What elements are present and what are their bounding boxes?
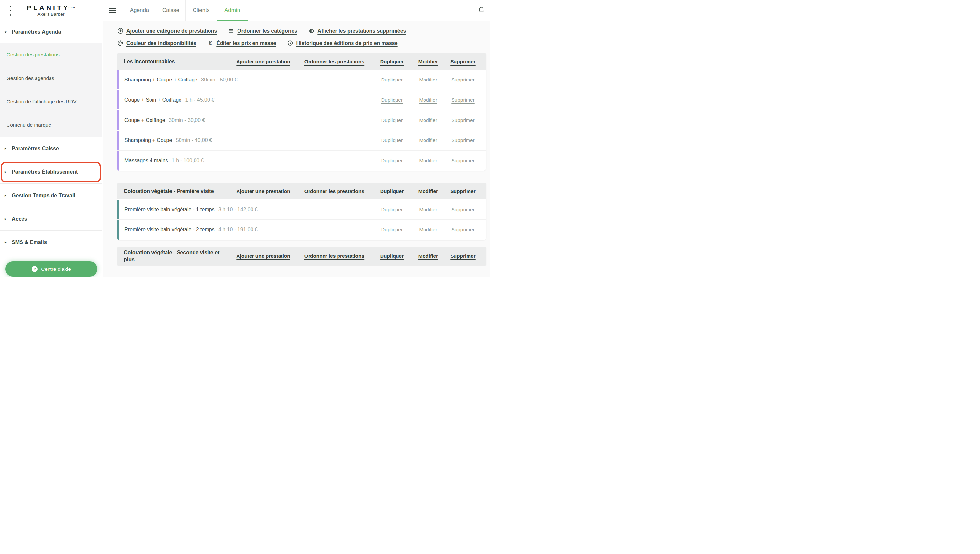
caret-right-icon: ▸ xyxy=(5,240,12,244)
delete-service-link[interactable]: Supprimer xyxy=(445,207,481,212)
header-right xyxy=(472,0,490,21)
logo-area: PLANITYPRO Axel's Barber xyxy=(0,0,102,21)
delete-category-link[interactable]: Supprimer xyxy=(445,253,481,259)
modify-service-link[interactable]: Modifier xyxy=(411,117,445,123)
modify-service-link[interactable]: Modifier xyxy=(411,227,445,233)
service-row: Première visite bain végétale - 1 temps … xyxy=(117,199,486,220)
service-text: Massages 4 mains 1 h - 100,00 € xyxy=(124,158,373,164)
salon-name: Axel's Barber xyxy=(27,12,75,17)
duplicate-category-link[interactable]: Dupliquer xyxy=(373,253,411,259)
nav-tab-agenda[interactable]: Agenda xyxy=(123,0,156,21)
delete-service-link[interactable]: Supprimer xyxy=(445,117,481,123)
eye-icon xyxy=(308,28,314,34)
caret-right-icon: ▸ xyxy=(5,217,12,221)
nav-tab-caisse[interactable]: Caisse xyxy=(156,0,185,21)
delete-service-link[interactable]: Supprimer xyxy=(445,77,481,83)
sidebar-section-parametres-agenda[interactable]: ▾ Paramètres Agenda xyxy=(0,21,102,43)
service-category-list: Les incontournables Ajouter une prestati… xyxy=(103,53,490,265)
modify-category-link[interactable]: Modifier xyxy=(411,253,445,259)
toolbar-link-label: Historique des éditions de prix en masse xyxy=(296,40,398,46)
add-service-link[interactable]: Ajouter une prestation xyxy=(231,59,296,65)
service-name: Coupe + Coiffage xyxy=(124,117,165,123)
duplicate-service-link[interactable]: Dupliquer xyxy=(373,227,411,233)
toolbar-link[interactable]: € Éditer les prix en masse xyxy=(207,40,276,46)
caret-down-icon: ▾ xyxy=(5,30,12,34)
category-accent-bar xyxy=(117,70,119,89)
sidebar-subitem[interactable]: Contenu de marque xyxy=(0,113,102,137)
service-category-card: Coloration végétale - Seconde visite et … xyxy=(117,247,486,265)
toolbar-link[interactable]: Ordonner les catégories xyxy=(228,28,297,34)
delete-service-link[interactable]: Supprimer xyxy=(445,227,481,233)
plus-circle-icon xyxy=(117,28,124,34)
sidebar-section-label: Paramètres Caisse xyxy=(12,146,59,151)
nav-tab-label: Clients xyxy=(193,7,210,14)
sidebar-section-label: Accès xyxy=(12,216,27,222)
toolbar-link-label: Ajouter une catégorie de prestations xyxy=(126,28,217,34)
hamburger-menu-button[interactable] xyxy=(102,0,123,21)
logo: PLANITYPRO Axel's Barber xyxy=(27,4,75,17)
duplicate-service-link[interactable]: Dupliquer xyxy=(373,207,411,212)
sidebar-subitem-label: Contenu de marque xyxy=(6,122,51,128)
service-details: 30min - 30,00 € xyxy=(167,117,205,123)
order-services-link[interactable]: Ordonner les prestations xyxy=(296,59,373,65)
sidebar-section[interactable]: ▸ Paramètres Établissement xyxy=(0,160,102,184)
service-name: Coupe + Soin + Coiffage xyxy=(124,97,181,103)
modify-service-link[interactable]: Modifier xyxy=(411,137,445,143)
planity-admin-app: PLANITYPRO Axel's Barber AgendaCaisseCli… xyxy=(0,0,490,277)
toolbar-link[interactable]: Historique des éditions de prix en masse xyxy=(287,40,398,46)
delete-category-link[interactable]: Supprimer xyxy=(445,59,481,65)
category-accent-bar xyxy=(117,90,119,110)
sidebar-section[interactable]: ▸ Accès xyxy=(0,207,102,231)
modify-service-link[interactable]: Modifier xyxy=(411,77,445,83)
sidebar-section[interactable]: ▸ Paramètres Caisse xyxy=(0,137,102,160)
sidebar-subitem[interactable]: Gestion de l'affichage des RDV xyxy=(0,90,102,113)
duplicate-category-link[interactable]: Dupliquer xyxy=(373,59,411,65)
order-services-link[interactable]: Ordonner les prestations xyxy=(296,188,373,194)
nav-tab-admin[interactable]: Admin xyxy=(216,0,248,21)
duplicate-service-link[interactable]: Dupliquer xyxy=(373,117,411,123)
modify-service-link[interactable]: Modifier xyxy=(411,207,445,212)
modify-service-link[interactable]: Modifier xyxy=(411,97,445,103)
modify-service-link[interactable]: Modifier xyxy=(411,158,445,164)
delete-service-link[interactable]: Supprimer xyxy=(445,158,481,164)
duplicate-service-link[interactable]: Dupliquer xyxy=(373,77,411,83)
sidebar-section-label: Paramètres Agenda xyxy=(12,29,61,35)
service-details: 50min - 40,00 € xyxy=(174,137,212,143)
duplicate-service-link[interactable]: Dupliquer xyxy=(373,158,411,164)
duplicate-service-link[interactable]: Dupliquer xyxy=(373,137,411,143)
service-row: Première visite bain végétale - 2 temps … xyxy=(117,220,486,240)
nav-tab-clients[interactable]: Clients xyxy=(185,0,216,21)
add-service-link[interactable]: Ajouter une prestation xyxy=(231,253,296,259)
sidebar-subitem[interactable]: Gestion des prestations xyxy=(0,43,102,67)
modify-category-link[interactable]: Modifier xyxy=(411,188,445,194)
order-services-link[interactable]: Ordonner les prestations xyxy=(296,253,373,259)
sidebar-section-label: Gestion Temps de Travail xyxy=(12,193,75,199)
toolbar-link-label: Ordonner les catégories xyxy=(237,28,297,34)
add-service-link[interactable]: Ajouter une prestation xyxy=(231,188,296,194)
duplicate-service-link[interactable]: Dupliquer xyxy=(373,97,411,103)
sidebar-section[interactable]: ▸ SMS & Emails xyxy=(0,231,102,254)
category-header: Coloration végétale - Première visite Aj… xyxy=(117,183,486,199)
service-details: 4 h 10 - 191,00 € xyxy=(217,227,258,232)
delete-category-link[interactable]: Supprimer xyxy=(445,188,481,194)
help-center-button[interactable]: ? Centre d'aide xyxy=(5,261,97,277)
service-name: Massages 4 mains xyxy=(124,158,168,163)
toolbar-link[interactable]: Afficher les prestations supprimées xyxy=(308,28,406,34)
modify-category-link[interactable]: Modifier xyxy=(411,59,445,65)
service-text: Coupe + Soin + Coiffage 1 h - 45,00 € xyxy=(124,97,373,103)
toolbar-link[interactable]: Couleur des indisponibilités xyxy=(117,40,196,46)
notifications-button[interactable] xyxy=(472,6,490,15)
service-text: Première visite bain végétale - 2 temps … xyxy=(124,227,373,233)
delete-service-link[interactable]: Supprimer xyxy=(445,137,481,143)
service-row: Shampoing + Coupe + Coiffage 30min - 50,… xyxy=(117,70,486,90)
top-header: PLANITYPRO Axel's Barber AgendaCaisseCli… xyxy=(0,0,490,21)
sidebar-subitem[interactable]: Gestion des agendas xyxy=(0,67,102,90)
service-name: Shampoing + Coupe + Coiffage xyxy=(124,77,197,83)
toolbar-link[interactable]: Ajouter une catégorie de prestations xyxy=(117,28,217,34)
duplicate-category-link[interactable]: Dupliquer xyxy=(373,188,411,194)
kebab-menu-icon[interactable] xyxy=(8,6,13,16)
delete-service-link[interactable]: Supprimer xyxy=(445,97,481,103)
sidebar-section[interactable]: ▸ Gestion Temps de Travail xyxy=(0,184,102,207)
service-text: Shampoing + Coupe + Coiffage 30min - 50,… xyxy=(124,77,373,83)
sidebar-subitem-label: Gestion des agendas xyxy=(6,75,54,81)
